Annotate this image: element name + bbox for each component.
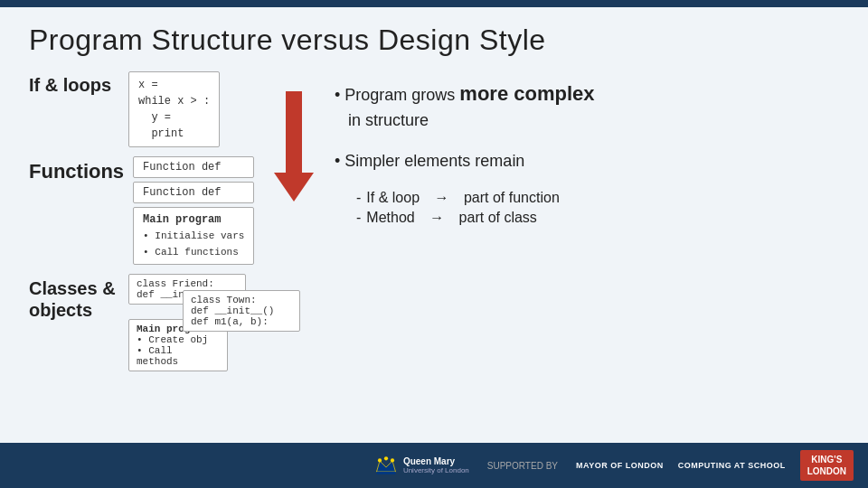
function-boxes: Function def Function def Main program •… bbox=[133, 156, 254, 265]
if-loops-row: If & loops x = while x > : y = print bbox=[29, 71, 257, 147]
sub1-suffix: part of function bbox=[464, 190, 560, 206]
classes-row: Classes & objects class Friend: def __in… bbox=[29, 274, 257, 369]
qm-name: Queen Mary bbox=[403, 456, 469, 466]
sub2-prefix: Method bbox=[366, 210, 414, 226]
center-arrow bbox=[271, 64, 316, 488]
function-def-2: Function def bbox=[133, 182, 254, 203]
sub-bullet-2: - Method → part of class bbox=[356, 210, 846, 226]
town-line3: def m1(a, b): bbox=[191, 316, 292, 327]
main-prog-title: Main program bbox=[143, 211, 244, 229]
slide: Program Structure versus Design Style If… bbox=[0, 0, 868, 488]
right-column: • Program grows more complex in structur… bbox=[316, 64, 868, 488]
svg-rect-4 bbox=[376, 472, 395, 474]
mayor-logo: MAYOR OF LONDON bbox=[576, 461, 664, 470]
sub-bullets: - If & loop → part of function - Method … bbox=[356, 190, 846, 226]
main-program-box: Main program • Initialise vars • Call fu… bbox=[133, 207, 254, 265]
kings-logo: KING'S LONDON bbox=[800, 450, 854, 481]
main-prog-bullet2: • Call functions bbox=[143, 245, 244, 261]
bullet1-bold: more complex bbox=[459, 82, 594, 105]
main-content: If & loops x = while x > : y = print Fun… bbox=[0, 64, 868, 488]
arrow-head bbox=[274, 173, 314, 202]
svg-point-2 bbox=[384, 456, 388, 460]
left-column: If & loops x = while x > : y = print Fun… bbox=[0, 64, 271, 488]
queen-mary-logo: Queen Mary University of London bbox=[373, 455, 469, 475]
bottom-bar: Queen Mary University of London SUPPORTE… bbox=[0, 443, 868, 488]
qm-text: Queen Mary University of London bbox=[403, 456, 469, 474]
town-line2: def __init__() bbox=[191, 305, 292, 316]
if-loops-code: x = while x > : y = print bbox=[128, 71, 220, 147]
separator-1: SUPPORTED BY bbox=[487, 461, 558, 471]
cas-text: COMPUTING AT SCHOOL bbox=[678, 461, 786, 470]
classes-label-text: Classes & objects bbox=[29, 274, 119, 321]
sub2-arrow: → bbox=[429, 210, 444, 226]
function-def-1: Function def bbox=[133, 156, 254, 178]
bullet1-prefix: Program grows bbox=[344, 86, 459, 104]
main-prog-bullet1: • Initialise vars bbox=[143, 229, 244, 245]
bullet-2: • Simpler elements remain bbox=[335, 149, 846, 174]
class-town-box: class Town: def __init__() def m1(a, b): bbox=[183, 290, 300, 332]
title-area: Program Structure versus Design Style bbox=[0, 7, 868, 64]
slide-title: Program Structure versus Design Style bbox=[29, 23, 839, 57]
arrow-body bbox=[286, 91, 302, 173]
classes-label: Classes & objects bbox=[29, 274, 119, 321]
if-loops-label: If & loops bbox=[29, 71, 119, 96]
bullet1-line2: in structure bbox=[348, 111, 429, 129]
bullet-1: • Program grows more complex in structur… bbox=[335, 79, 846, 133]
sub2-suffix: part of class bbox=[459, 210, 537, 226]
sub1-arrow: → bbox=[434, 190, 448, 206]
classes-main-b2: • Call methods bbox=[137, 345, 220, 367]
cas-logo: COMPUTING AT SCHOOL bbox=[678, 461, 786, 470]
mayor-text: MAYOR OF LONDON bbox=[576, 461, 664, 470]
svg-point-3 bbox=[391, 458, 394, 462]
class-friend-line1: class Friend: bbox=[137, 278, 238, 289]
qm-crown-icon bbox=[373, 455, 399, 475]
svg-marker-0 bbox=[376, 461, 395, 472]
functions-label: Functions bbox=[29, 156, 124, 183]
classes-main-b1: • Create obj bbox=[137, 334, 220, 345]
sub1-prefix: If & loop bbox=[366, 190, 420, 206]
town-line1: class Town: bbox=[191, 295, 292, 305]
sub-bullet-1: - If & loop → part of function bbox=[356, 190, 846, 206]
svg-point-1 bbox=[378, 458, 382, 462]
classes-boxes: class Friend: def __init Main program • … bbox=[128, 274, 257, 369]
functions-row: Functions Function def Function def Main… bbox=[29, 156, 257, 265]
top-bar bbox=[0, 0, 868, 7]
qm-sub: University of London bbox=[403, 466, 469, 474]
bullet2-text: Simpler elements remain bbox=[344, 152, 524, 170]
